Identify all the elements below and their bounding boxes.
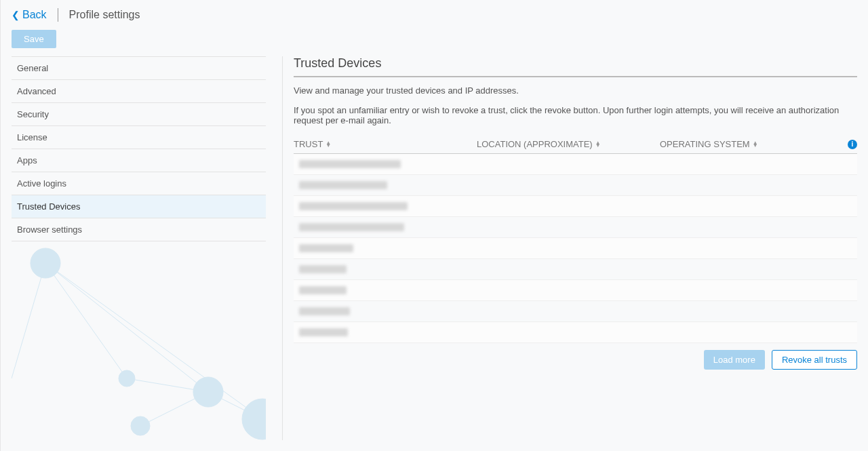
svg-line-6 (12, 263, 45, 378)
sort-icon: ▲▼ (595, 142, 601, 147)
sidebar-item-license[interactable]: License (12, 126, 266, 149)
section-title: Trusted Devices (294, 56, 857, 77)
redacted-value (299, 328, 348, 336)
sort-icon: ▲▼ (753, 142, 758, 147)
back-link[interactable]: ❮ Back (12, 9, 47, 21)
save-button[interactable]: Save (12, 30, 56, 48)
page-title: Profile settings (69, 9, 140, 21)
table-row[interactable] (294, 259, 857, 280)
svg-line-4 (208, 392, 262, 419)
svg-point-9 (119, 370, 135, 387)
trusted-devices-table: TRUST ▲▼ LOCATION (APPROXIMATE) ▲▼ OPERA… (294, 139, 857, 343)
table-row[interactable] (294, 322, 857, 343)
back-label: Back (22, 9, 47, 21)
redacted-value (299, 160, 401, 168)
table-row[interactable] (294, 217, 857, 238)
sidebar-item-advanced[interactable]: Advanced (12, 80, 266, 103)
redacted-value (299, 181, 387, 189)
redacted-value (299, 202, 408, 210)
chevron-left-icon: ❮ (12, 10, 20, 20)
redacted-value (299, 244, 353, 252)
column-header-os[interactable]: OPERATING SYSTEM ▲▼ (660, 139, 841, 149)
table-row[interactable] (294, 196, 857, 217)
table-row[interactable] (294, 280, 857, 301)
divider (58, 8, 58, 22)
table-row[interactable] (294, 175, 857, 196)
sidebar-item-security[interactable]: Security (12, 103, 266, 126)
sidebar-item-browser-settings[interactable]: Browser settings (12, 218, 266, 241)
table-row[interactable] (294, 154, 857, 175)
sidebar-item-apps[interactable]: Apps (12, 149, 266, 172)
svg-line-3 (127, 378, 208, 392)
redacted-value (299, 307, 350, 315)
section-description-2: If you spot an unfamiliar entry or wish … (294, 105, 857, 125)
column-header-location[interactable]: LOCATION (APPROXIMATE) ▲▼ (477, 139, 660, 149)
table-row[interactable] (294, 301, 857, 322)
redacted-value (299, 265, 347, 273)
info-icon[interactable]: i (848, 140, 857, 149)
svg-line-0 (45, 263, 208, 392)
redacted-value (299, 286, 347, 294)
svg-point-7 (31, 248, 60, 278)
sort-icon: ▲▼ (326, 142, 331, 147)
revoke-all-button[interactable]: Revoke all trusts (772, 350, 857, 370)
section-description-1: View and manage your trusted devices and… (294, 85, 857, 96)
load-more-button[interactable]: Load more (704, 350, 765, 370)
svg-line-1 (45, 263, 127, 378)
table-row[interactable] (294, 238, 857, 259)
content-panel: Trusted Devices View and manage your tru… (282, 56, 857, 440)
redacted-value (299, 223, 404, 231)
column-header-trust[interactable]: TRUST ▲▼ (294, 139, 477, 149)
sidebar-item-active-logins[interactable]: Active logins (12, 172, 266, 195)
svg-point-11 (242, 399, 266, 439)
svg-point-10 (131, 416, 150, 435)
svg-point-8 (193, 377, 223, 407)
sidebar-item-general[interactable]: General (12, 57, 266, 80)
sidebar-item-trusted-devices[interactable]: Trusted Devices (12, 195, 266, 218)
sidebar: GeneralAdvancedSecurityLicenseAppsActive… (12, 56, 266, 440)
svg-line-2 (45, 263, 262, 419)
decorative-graph-icon (12, 243, 266, 451)
svg-line-5 (140, 392, 208, 426)
